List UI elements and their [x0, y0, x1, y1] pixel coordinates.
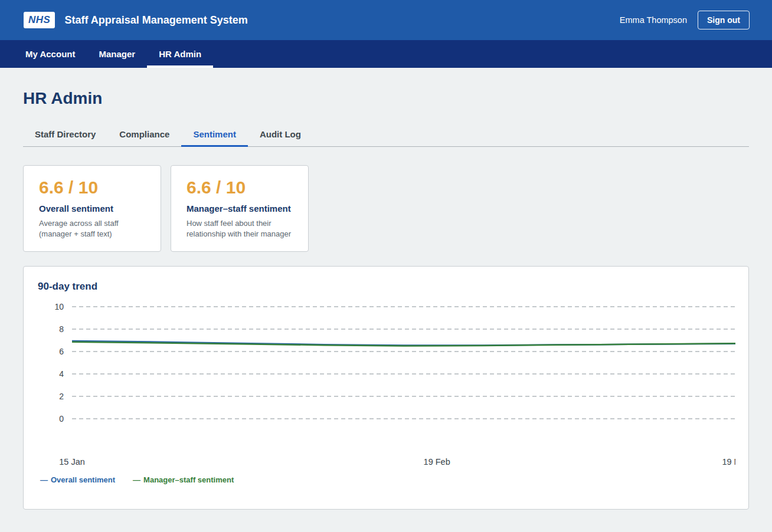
nav-item-my-account[interactable]: My Account: [14, 40, 87, 68]
legend-label: Overall sentiment: [51, 475, 115, 484]
app-title: Staff Appraisal Management System: [64, 14, 247, 27]
stat-label: Overall sentiment: [39, 203, 145, 214]
svg-text:8: 8: [59, 324, 64, 334]
stat-card-row: 6.6 / 10 Overall sentiment Average acros…: [23, 165, 749, 252]
stat-value: 6.6 / 10: [39, 178, 145, 198]
tab-audit-log[interactable]: Audit Log: [248, 123, 313, 146]
chart-legend: —Overall sentiment —Manager–staff sentim…: [38, 475, 734, 484]
svg-text:0: 0: [59, 414, 64, 423]
svg-text:6: 6: [59, 347, 64, 356]
legend-item-manager-staff-sentiment: —Manager–staff sentiment: [133, 475, 234, 484]
nav-item-hr-admin[interactable]: HR Admin: [147, 40, 213, 68]
svg-text:19 Mar: 19 Mar: [722, 457, 735, 467]
nav-item-manager[interactable]: Manager: [87, 40, 147, 68]
trend-chart-title: 90-day trend: [38, 281, 734, 293]
main-content: HR Admin Staff Directory Compliance Sent…: [0, 89, 772, 510]
legend-dash-icon: —: [40, 475, 48, 484]
primary-nav: My Account Manager HR Admin: [0, 40, 772, 68]
tab-sentiment[interactable]: Sentiment: [181, 123, 248, 146]
legend-item-overall-sentiment: —Overall sentiment: [40, 475, 115, 484]
header-right: Emma Thompson Sign out: [620, 11, 750, 29]
svg-text:4: 4: [59, 369, 64, 379]
trend-line-chart: 108642015 Jan19 Feb19 Mar: [38, 298, 735, 474]
stat-value: 6.6 / 10: [187, 178, 293, 198]
tab-bar: Staff Directory Compliance Sentiment Aud…: [23, 123, 749, 147]
stat-label: Manager–staff sentiment: [187, 203, 293, 214]
svg-text:19 Feb: 19 Feb: [424, 457, 450, 467]
legend-label: Manager–staff sentiment: [143, 475, 234, 484]
stat-card-overall-sentiment: 6.6 / 10 Overall sentiment Average acros…: [23, 165, 161, 252]
stat-description: Average across all staff (manager + staf…: [39, 218, 145, 239]
nhs-logo: NHS: [24, 12, 55, 28]
tab-staff-directory[interactable]: Staff Directory: [23, 123, 107, 146]
stat-card-manager-staff-sentiment: 6.6 / 10 Manager–staff sentiment How sta…: [171, 165, 309, 252]
tab-compliance[interactable]: Compliance: [107, 123, 181, 146]
legend-dash-icon: —: [133, 475, 140, 484]
svg-text:2: 2: [59, 392, 64, 401]
page-title: HR Admin: [23, 89, 749, 108]
sign-out-button[interactable]: Sign out: [698, 11, 750, 29]
user-name: Emma Thompson: [620, 15, 687, 25]
app-header: NHS Staff Appraisal Management System Em…: [0, 0, 772, 40]
svg-text:15 Jan: 15 Jan: [59, 457, 85, 467]
trend-card: 90-day trend 108642015 Jan19 Feb19 Mar —…: [23, 266, 749, 510]
stat-description: How staff feel about their relationship …: [187, 218, 293, 239]
svg-text:10: 10: [54, 302, 64, 311]
